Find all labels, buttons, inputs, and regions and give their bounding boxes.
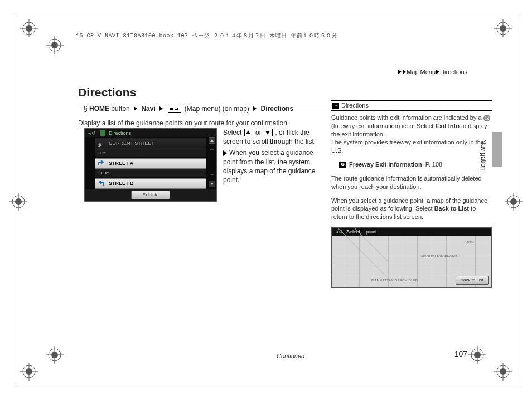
list-item-street-b: STREET B [95,178,206,189]
breadcrumb-a: Map Menu [407,69,436,75]
continued-label: Continued [277,352,304,360]
navi-label: Navi [141,105,155,113]
list-item-street-a: STREET A [95,158,206,169]
up-arrow-icon [244,129,253,136]
screenshot-footer: Exit Info [85,189,216,201]
exit-info-button: Exit Info [131,191,171,199]
street-c-label: STREET C [109,201,134,202]
scroll-down-button [209,181,215,187]
bullet-text: When you select a guidance point from th… [223,149,315,184]
intro-text: Display a list of the guidance points on… [78,119,323,128]
scroll-control: ︽ ︾ [209,137,215,187]
map-label: MANHATTAN BEACH BLVD [371,278,418,282]
side-column: » Directions Guidance points with exit i… [331,100,492,288]
home-label: HOME [89,105,109,113]
exit-info-label: Exit Info [435,123,459,129]
menu-desc: (Map menu) (on map) [185,105,249,113]
button-word: button [111,105,129,113]
list-item-off: Off [95,149,206,157]
register-mark [20,19,38,37]
street-a-distance: 0.8mi [95,169,206,177]
section-tab: Navigation [477,135,490,175]
back-to-list-label: Back to List [434,205,469,212]
directions-label: Directions [261,105,294,113]
directions-icon [100,130,105,136]
breadcrumb-b: Directions [440,69,467,75]
cross-reference: ❷ Freeway Exit Information P. 108 [339,160,492,169]
list-item-current: ◉ CURRENT STREET [95,138,206,149]
chevron-up-icon: ︽ [210,146,214,151]
street-b-label: STREET B [109,181,134,186]
back-to-list-button: Back to List [456,276,489,285]
back-icon: ◂↺ [88,130,96,136]
link-icon: ❷ [339,162,346,168]
breadcrumb: Map MenuDirections [398,68,467,76]
route-icon: ◉ [98,140,105,146]
screenshot-directions-list: ◂↺ Directions ◉ CURRENT STREET Off STREE… [84,128,217,202]
nav-path: § HOME button Navi (Map menu) (on map) D… [84,104,293,113]
reference-icon: » [332,103,339,109]
side-p1: Guidance points with exit information ar… [331,114,492,155]
map-label: MANHATTAN BEACH [421,253,457,258]
triangle-right-icon [436,70,439,74]
map-menu-icon [168,106,181,113]
triangle-right-icon [253,106,257,111]
screenshot-header: ◂↺ Directions [85,129,216,137]
register-mark [494,19,512,37]
register-mark [20,363,38,381]
current-street-label: CURRENT STREET [109,140,154,146]
t2: or [255,129,263,136]
p1a: Guidance points with exit information ar… [331,114,483,121]
register-mark [9,193,27,211]
register-mark [46,346,64,364]
down-arrow-icon [264,129,273,136]
register-mark [505,193,523,211]
t1: Select [223,129,244,136]
side-p3: The route guidance information is automa… [331,174,492,191]
freeway-exit-icon: ⇲ [483,115,490,121]
side-p4: When you select a guidance point, a map … [331,197,492,222]
xref-page: P. 108 [425,160,442,169]
screenshot-title: Directions [109,130,131,136]
register-mark [468,346,486,364]
p2: The system provides freeway exit informa… [331,139,484,154]
home-icon: § [84,105,89,113]
book-metadata: 15 CR-V NAVI-31T0A8100.book 107 ページ ２０１４… [76,32,337,40]
page-number: 107 [454,349,467,359]
chevron-down-icon: ︾ [210,173,214,178]
p1b: (freeway exit information) icon. Select [331,123,435,129]
map-label: 18TH [465,240,474,245]
book-file: 15 CR-V NAVI-31T0A8100.book 107 ページ ２０１４… [76,33,337,39]
turn-right-icon [98,160,105,166]
register-mark [494,363,512,381]
instruction-text: Select or , or flick the screen to scrol… [223,128,323,184]
side-header: » Directions [331,100,492,111]
turn-right-icon [98,201,105,202]
triangle-right-icon [398,70,402,74]
scroll-up-button [209,137,215,144]
bullet-triangle-icon [223,150,227,156]
xref-title: Freeway Exit Information [349,160,422,169]
triangle-right-icon [134,106,137,111]
section-tab-bar [492,132,502,167]
street-a-label: STREET A [109,160,133,166]
triangle-right-icon [403,70,406,74]
triangle-right-icon [159,106,163,111]
turn-left-icon [98,181,105,186]
register-mark [46,36,64,54]
screenshot-map: ◂↺ Select a point 18TH MANHATTAN BEACH M… [331,227,492,288]
side-title: Directions [341,101,369,110]
